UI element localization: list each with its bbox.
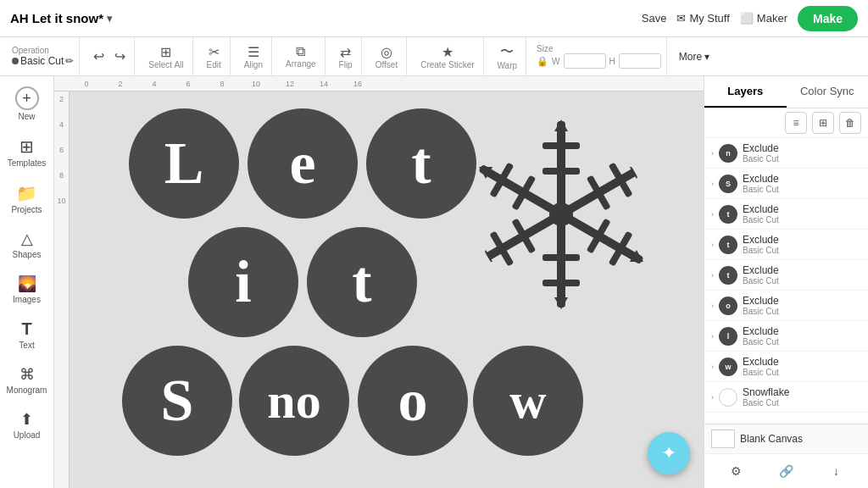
- operation-label: Operation: [12, 46, 74, 55]
- circle-e[interactable]: e: [248, 108, 358, 219]
- warp-group: 〜 Warp: [489, 37, 527, 75]
- canvas-area[interactable]: 0 2 4 6 8 10 12 14 16 2 4 6 8 10 L e t i…: [54, 76, 704, 488]
- panel-bottom-btn-3[interactable]: ↓: [825, 459, 849, 483]
- svg-rect-11: [609, 162, 633, 197]
- create-sticker-button[interactable]: ★ Create Sticker: [417, 42, 477, 71]
- layer-sub: Basic Cut: [743, 368, 779, 377]
- circle-i[interactable]: i: [188, 227, 298, 337]
- layer-chevron-icon: ›: [711, 271, 714, 280]
- redo-button[interactable]: ↪: [111, 47, 129, 66]
- sidebar-item-new[interactable]: + New: [3, 80, 51, 128]
- mystuff-button[interactable]: ✉ My Stuff: [676, 12, 729, 25]
- circle-t2[interactable]: t: [307, 227, 417, 337]
- blank-canvas-thumb: [711, 430, 735, 448]
- offset-button[interactable]: ◎ Offset: [372, 42, 402, 71]
- more-button[interactable]: More ▾: [672, 47, 717, 66]
- layer-thumb: ❄: [719, 388, 737, 407]
- flip-button[interactable]: ⇄ Flip: [336, 42, 356, 71]
- layer-item-5[interactable]: ›oExcludeBasic Cut: [704, 291, 868, 321]
- text-icon: T: [21, 319, 31, 339]
- panel-delete-icon[interactable]: 🗑: [839, 112, 861, 134]
- sidebar-item-upload[interactable]: ⬆ Upload: [3, 403, 51, 446]
- layer-item-1[interactable]: ›SExcludeBasic Cut: [704, 169, 868, 199]
- images-icon: 🌄: [18, 274, 36, 293]
- arrange-group: ⧉ Arrange: [277, 37, 326, 75]
- layer-sub: Basic Cut: [743, 185, 779, 194]
- svg-rect-14: [489, 230, 514, 266]
- layer-item-6[interactable]: ›lExcludeBasic Cut: [704, 321, 868, 352]
- sidebar-item-monogram[interactable]: ⌘ Monogram: [3, 358, 51, 402]
- width-input[interactable]: [564, 53, 606, 69]
- flip-group: ⇄ Flip: [331, 37, 362, 75]
- ruler-left: 2 4 6 8 10: [54, 92, 70, 488]
- sidebar-item-text[interactable]: T Text: [3, 313, 51, 357]
- sidebar-item-projects[interactable]: 📁 Projects: [3, 176, 51, 221]
- layer-name: Exclude: [743, 142, 779, 154]
- document-title[interactable]: AH Let it snow* ▾: [10, 11, 112, 25]
- circle-o[interactable]: o: [358, 346, 468, 456]
- size-group: Size 🔒 W H: [531, 37, 667, 75]
- tab-layers[interactable]: Layers: [704, 76, 787, 108]
- main-area: + New ⊞ Templates 📁 Projects △ Shapes 🌄 …: [0, 76, 868, 488]
- save-button[interactable]: Save: [642, 12, 667, 25]
- layer-item-3[interactable]: ›tExcludeBasic Cut: [704, 230, 868, 260]
- title-chevron-icon[interactable]: ▾: [107, 13, 112, 25]
- layer-item-7[interactable]: ›wExcludeBasic Cut: [704, 352, 868, 382]
- edit-button[interactable]: ✂ Edit: [203, 42, 225, 71]
- align-group: ☰ Align: [236, 37, 272, 75]
- layer-item-2[interactable]: ›tExcludeBasic Cut: [704, 199, 868, 230]
- panel-bottom-btn-2[interactable]: 🔗: [775, 459, 798, 483]
- svg-rect-7: [542, 142, 580, 149]
- layer-item-8[interactable]: ›❄SnowflakeBasic Cut: [704, 382, 868, 413]
- undo-button[interactable]: ↩: [90, 47, 108, 66]
- align-button[interactable]: ☰ Align: [241, 42, 266, 71]
- warp-button[interactable]: 〜 Warp: [494, 42, 521, 72]
- select-all-group: ⊞ Select All: [140, 37, 192, 75]
- make-button[interactable]: Make: [798, 6, 858, 31]
- circle-S[interactable]: S: [122, 346, 232, 456]
- panel-grid-icon[interactable]: ⊞: [812, 112, 834, 134]
- undo-icon: ↩: [93, 48, 104, 64]
- layer-name: Exclude: [743, 356, 779, 368]
- svg-marker-19: [554, 297, 568, 309]
- arrange-button[interactable]: ⧉ Arrange: [282, 42, 320, 70]
- layer-name: Exclude: [743, 295, 779, 307]
- maker-button[interactable]: ⬜ Maker: [740, 12, 787, 25]
- svg-rect-10: [542, 280, 580, 286]
- panel-toolbar: ≡ ⊞ 🗑: [704, 108, 868, 138]
- layer-item-0[interactable]: ›nExcludeBasic Cut: [704, 138, 868, 169]
- height-input[interactable]: [619, 53, 661, 69]
- layer-thumb: t: [719, 266, 737, 285]
- blank-canvas-row[interactable]: Blank Canvas: [704, 424, 868, 453]
- layer-item-4[interactable]: ›tExcludeBasic Cut: [704, 260, 868, 291]
- align-icon: ☰: [248, 44, 259, 60]
- layer-thumb: l: [719, 327, 737, 346]
- layer-chevron-icon: ›: [711, 393, 714, 402]
- svg-rect-13: [511, 218, 536, 253]
- layer-chevron-icon: ›: [711, 210, 714, 219]
- select-all-button[interactable]: ⊞ Select All: [145, 42, 186, 71]
- layer-sub: Basic Cut: [743, 307, 779, 316]
- monogram-icon: ⌘: [19, 365, 35, 384]
- panel-view-icon[interactable]: ≡: [785, 112, 807, 134]
- tab-color-sync[interactable]: Color Sync: [787, 76, 869, 108]
- snowflake-image[interactable]: [437, 84, 685, 345]
- panel-bottom-btn-1[interactable]: ⚙: [725, 459, 748, 483]
- circle-L[interactable]: L: [129, 108, 239, 219]
- layer-name: Exclude: [743, 234, 779, 246]
- fab-button[interactable]: ✦: [648, 432, 690, 474]
- sidebar-item-templates[interactable]: ⊞ Templates: [3, 130, 51, 175]
- sidebar-item-images[interactable]: 🌄 Images: [3, 268, 51, 311]
- layer-sub: Basic Cut: [743, 337, 779, 347]
- operation-value[interactable]: Basic Cut ✏: [12, 55, 74, 67]
- layer-sub: Basic Cut: [743, 398, 789, 408]
- sidebar-item-shapes[interactable]: △ Shapes: [3, 223, 51, 266]
- circle-w[interactable]: w: [473, 346, 583, 456]
- layer-chevron-icon: ›: [711, 149, 714, 158]
- new-icon: +: [15, 86, 39, 110]
- fab-icon: ✦: [661, 442, 676, 464]
- layer-name: Exclude: [743, 203, 779, 215]
- circle-n[interactable]: no: [239, 346, 349, 456]
- w-label: W: [552, 57, 559, 66]
- toolbar: Operation Basic Cut ✏ ↩ ↪ ⊞ Select All ✂…: [0, 37, 868, 76]
